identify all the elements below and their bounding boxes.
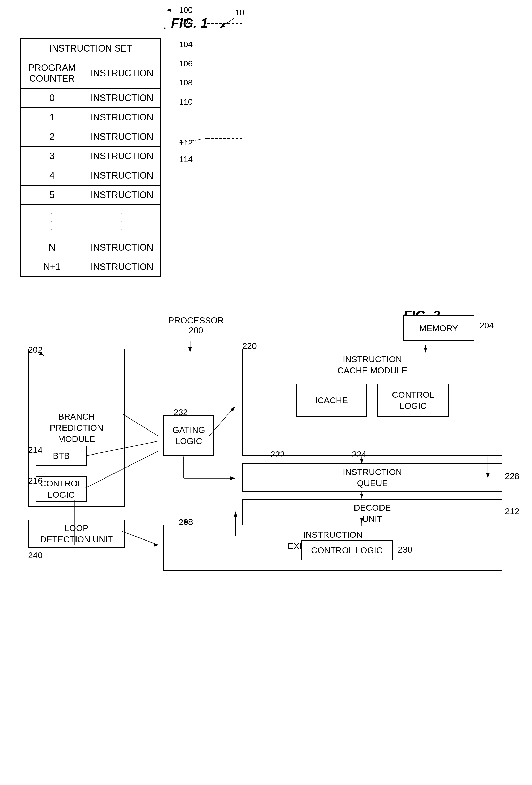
control-logic-exec-box: CONTROL LOGIC [301,540,393,560]
instruction-cache-ref: 220 [242,341,257,351]
control-logic-exec-label: CONTROL LOGIC [311,545,382,556]
svg-text:100: 100 [179,5,192,15]
icache-box: ICACHE [296,384,367,417]
table-header: INSTRUCTION SET [21,39,161,58]
pc-value: N+1 [21,257,83,277]
pc-value: 3 [21,147,83,166]
table-row: 2 INSTRUCTION [21,127,161,147]
control-logic-cache-ref: 224 [352,449,367,459]
svg-text:114: 114 [179,155,192,164]
fig2-diagram: FIG. 2 PROCESSOR 200 BRANCH PREDICTION M… [20,308,512,665]
instruction-value: INSTRUCTION [83,238,161,257]
control-logic-cache-box: CONTROLLOGIC [377,384,449,417]
instruction-value: INSTRUCTION [83,185,161,205]
col-pc-header: PROGRAM COUNTER [21,58,83,88]
control-logic-branch-ref: 216 [28,476,43,486]
table-row: 0 INSTRUCTION [21,88,161,108]
svg-line-22 [123,414,159,436]
svg-text:108: 108 [179,78,192,87]
table-row: N INSTRUCTION [21,238,161,257]
processor-label: PROCESSOR 200 [168,315,224,335]
table-row: N+1 INSTRUCTION [21,257,161,277]
table-row: 3 INSTRUCTION [21,147,161,166]
svg-text:102: 102 [179,17,192,26]
loop-detection-box: LOOPDETECTION UNIT [28,520,125,548]
memory-box: MEMORY [403,315,474,341]
instruction-queue-label: INSTRUCTIONQUEUE [343,466,402,489]
btb-box: BTB [36,446,87,466]
memory-ref: 204 [479,321,494,330]
svg-text:10: 10 [235,8,244,17]
instruction-set-table: INSTRUCTION SET PROGRAM COUNTER INSTRUCT… [20,38,161,277]
table-row: ··· ··· [21,205,161,238]
gating-logic-label: GATINGLOGIC [172,424,205,447]
svg-line-33 [123,531,159,545]
decode-unit-ref: 212 [505,506,520,516]
instruction-value: INSTRUCTION [83,88,161,108]
instruction-value: INSTRUCTION [83,108,161,127]
svg-rect-3 [207,24,243,138]
instruction-value: INSTRUCTION [83,166,161,185]
branch-prediction-label: BRANCH PREDICTION MODULE [31,411,122,445]
instruction-value: ··· [83,205,161,238]
pc-value: 0 [21,88,83,108]
table-row: 1 INSTRUCTION [21,108,161,127]
pc-value: ··· [21,205,83,238]
svg-text:110: 110 [179,97,192,106]
svg-text:112: 112 [179,138,192,147]
memory-label: MEMORY [419,323,458,334]
control-logic-branch-box: CONTROLLOGIC [36,476,87,502]
pc-value: 1 [21,108,83,127]
svg-text:106: 106 [179,59,192,68]
instruction-cache-label: INSTRUCTIONCACHE MODULE [338,353,407,376]
loop-detection-label: LOOPDETECTION UNIT [40,523,113,545]
svg-text:104: 104 [179,40,192,49]
instruction-queue-ref: 228 [505,471,520,481]
instruction-value: INSTRUCTION [83,127,161,147]
branch-prediction-ref: 202 [28,345,43,355]
fig1-diagram: INSTRUCTION SET PROGRAM COUNTER INSTRUCT… [20,38,512,277]
btb-label: BTB [53,450,70,461]
pc-value: 5 [21,185,83,205]
control-logic-cache-label: CONTROLLOGIC [392,389,434,411]
pc-value: N [21,238,83,257]
instruction-execution-ref: 208 [179,517,193,527]
col-inst-header: INSTRUCTION [83,58,161,88]
icache-label: ICACHE [315,395,348,406]
pc-value: 4 [21,166,83,185]
fig1-annotations-svg: 100 102 104 106 108 110 [164,5,291,209]
gating-logic-ref: 232 [174,407,188,417]
instruction-value: INSTRUCTION [83,147,161,166]
control-logic-exec-ref: 230 [398,545,413,555]
instruction-value: INSTRUCTION [83,257,161,277]
decode-unit-box: DECODEUNIT [242,499,502,527]
btb-ref: 214 [28,445,43,455]
instruction-queue-box: INSTRUCTIONQUEUE [242,463,502,491]
decode-unit-label: DECODEUNIT [354,502,391,525]
table-row: 5 INSTRUCTION [21,185,161,205]
instruction-cache-module: INSTRUCTIONCACHE MODULE ICACHE CONTROLLO… [242,349,502,456]
control-logic-branch-label: CONTROLLOGIC [40,478,82,500]
loop-detection-ref: 240 [28,550,43,560]
pc-value: 2 [21,127,83,147]
icache-ref: 222 [270,449,285,459]
table-row: 4 INSTRUCTION [21,166,161,185]
gating-logic-box: GATINGLOGIC [163,415,214,456]
